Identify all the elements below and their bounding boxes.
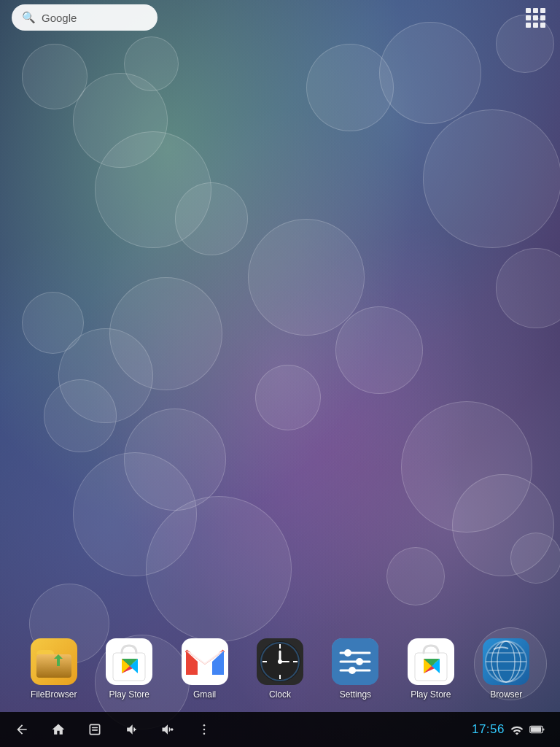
app-browser[interactable]: Browser [475,638,538,700]
playstore2-icon [408,638,454,685]
settings-icon [332,638,378,685]
playstore1-label: Play Store [109,689,149,700]
bokeh-circle [255,365,321,430]
svg-rect-50 [531,727,541,732]
home-button[interactable] [51,722,66,737]
bokeh-circle [146,496,292,642]
app-gmail[interactable]: Gmail [173,638,236,700]
grid-icon [526,8,545,28]
search-icon: 🔍 [22,11,36,24]
filebrowser-icon [31,638,77,685]
app-playstore-1[interactable]: Play Store [97,638,160,700]
settings-label: Settings [340,689,371,700]
svg-rect-1 [36,654,71,678]
battery-icon [529,724,545,735]
bokeh-circle [175,182,248,255]
svg-point-26 [349,667,356,674]
volume-up-button[interactable] [160,722,175,737]
playstore2-label: Play Store [411,689,451,700]
bokeh-circle [379,22,481,124]
app-filebrowser[interactable]: FileBrowser [22,638,85,700]
wifi-icon [510,724,524,735]
bokeh-circle [510,533,560,584]
bokeh-circle [386,547,445,605]
svg-point-18 [278,659,282,664]
gmail-label: Gmail [193,689,216,700]
bokeh-circle [44,379,117,452]
svg-point-46 [203,729,206,731]
browser-icon [483,638,529,685]
svg-rect-41 [92,729,98,731]
app-settings[interactable]: Settings [324,638,387,700]
status-bar: 17:56 [0,712,560,747]
back-button[interactable] [15,722,29,737]
app-clock[interactable]: Clock [248,638,311,700]
apps-grid-button[interactable] [522,4,548,31]
svg-rect-49 [542,728,544,730]
filebrowser-label: FileBrowser [31,689,77,700]
svg-point-45 [203,724,206,727]
recents-button[interactable] [88,722,102,737]
status-right: 17:56 [472,722,545,737]
search-bar[interactable]: 🔍 Google [12,4,158,31]
svg-rect-3 [57,659,60,666]
browser-label: Browser [490,689,522,700]
gmail-icon [182,638,228,685]
dock: FileBrowser Play Store [0,629,560,709]
playstore1-icon [106,638,152,685]
bokeh-circle [248,219,365,336]
bokeh-circle [124,36,179,91]
top-bar: 🔍 Google [0,0,560,35]
clock-label: Clock [269,689,291,700]
svg-rect-40 [92,727,98,729]
clock-icon [257,638,303,685]
time-display: 17:56 [472,722,505,737]
search-label: Google [42,12,77,24]
bokeh-circle [423,109,560,248]
bokeh-circle [335,306,423,394]
bokeh-circle [109,277,222,390]
app-playstore-2[interactable]: Play Store [399,638,462,700]
svg-point-24 [356,658,363,665]
volume-down-button[interactable] [124,722,139,737]
nav-buttons [15,722,211,737]
menu-button[interactable] [197,722,211,737]
svg-point-47 [203,733,206,735]
svg-point-22 [344,649,351,657]
